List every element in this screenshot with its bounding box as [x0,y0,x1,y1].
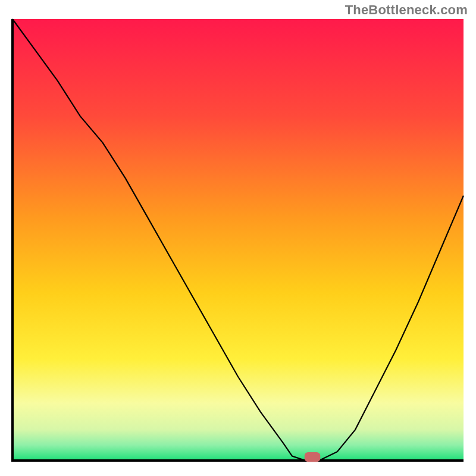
bottleneck-chart [9,18,467,470]
svg-rect-0 [12,19,464,461]
attribution-text: TheBottleneck.com [345,2,468,18]
svg-rect-1 [305,452,321,462]
